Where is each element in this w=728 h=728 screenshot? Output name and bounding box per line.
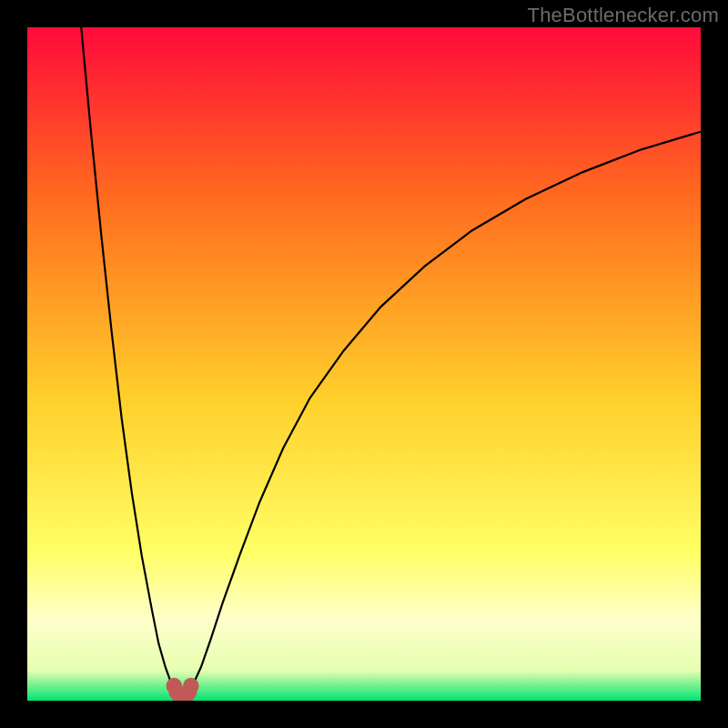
marker-right-endpoint (183, 678, 199, 694)
chart-frame: TheBottlenecker.com (0, 0, 728, 728)
watermark-text: TheBottlenecker.com (528, 4, 719, 27)
gradient-background (27, 27, 701, 701)
bottleneck-chart (27, 27, 701, 701)
